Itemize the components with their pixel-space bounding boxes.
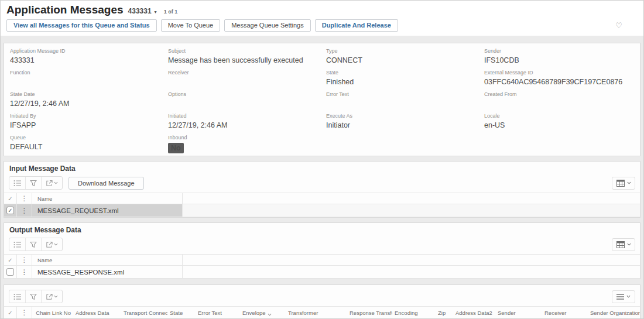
table-icon-group [9,238,63,251]
kebab-icon: ⋮ [17,193,32,204]
message-queue-settings-button[interactable]: Message Queue Settings [224,19,311,32]
field-subject: Subject Message has been successfully ex… [168,48,318,66]
filter-icon[interactable] [25,290,41,303]
field-type: Type CONNECT [326,48,476,66]
filter-icon[interactable] [25,177,41,189]
favorite-heart-icon[interactable]: ♡ [615,21,638,30]
column-header-address-data2[interactable]: Address Data2 [453,310,495,316]
field-value [326,100,476,108]
column-header-zip[interactable]: Zip [436,310,453,316]
export-icon[interactable] [41,290,62,303]
column-header-chain-link-no[interactable]: Chain Link No [32,310,73,316]
field-label: Error Text [326,91,476,97]
chevron-down-icon [626,295,631,298]
field-label: Options [168,91,318,97]
export-icon[interactable] [41,238,62,251]
section-title-input: Input Message Data [4,162,640,174]
field-application-message-id: Application Message ID 433331 [10,48,160,66]
column-header-response-transformer[interactable]: Response Transformer [347,310,392,316]
column-header-receiver[interactable]: Receiver [542,310,588,316]
field-label: Sender [484,48,634,54]
table-row[interactable]: ✓ ⋮ MESSAGE_REQUEST.xml [4,204,640,217]
field-value [168,100,318,108]
field-value: 03FFC640AC95468789F39CF197CE0876 [484,78,634,87]
kebab-icon: ⋮ [17,307,32,318]
field-value: 12/27/19, 2:46 AM [10,100,160,108]
field-value: Finished [326,78,476,87]
record-selector[interactable]: 433331 ▾ [128,7,157,15]
table-icon-group [9,290,63,303]
column-header-address-data[interactable]: Address Data [73,310,121,316]
title-row: Application Messages 433331 ▾ 1 of 1 [1,2,643,18]
input-table-toolbar: Download Message [4,174,640,193]
column-header-sender[interactable]: Sender [495,310,542,316]
table-row[interactable]: ⋮ MESSAGE_RESPONSE.xml [4,266,640,279]
multiselect-icon[interactable] [9,290,25,303]
multiselect-icon[interactable] [9,238,25,251]
field-value [10,78,160,87]
field-label: Function [10,70,160,76]
row-checkbox-unchecked[interactable] [6,268,14,276]
table-settings-icon[interactable] [612,290,635,303]
field-state-date: State Date 12/27/19, 2:46 AM [10,91,160,109]
move-to-queue-button[interactable]: Move To Queue [161,19,220,32]
field-execute-as: Execute As Initiator [326,113,476,131]
chevron-down-icon [54,295,58,298]
command-bar: View all Messages for this Queue and Sta… [1,18,643,36]
column-header-name[interactable]: Name [32,193,183,204]
chevron-down-icon [627,243,631,246]
view-all-messages-button[interactable]: View all Messages for this Queue and Sta… [6,19,157,32]
download-message-button[interactable]: Download Message [68,177,144,190]
field-label: Queue [10,135,160,140]
output-message-data-section: Output Message Data ✓ ⋮ Name ⋮ MESSAGE_R… [4,222,640,279]
field-value: Initiator [326,121,476,130]
field-value: IFS10CDB [484,56,634,65]
table-settings-icon[interactable] [612,238,635,251]
field-options: Options [168,91,318,109]
column-header-encoding[interactable]: Encoding [392,310,436,316]
field-label: Subject [168,48,318,54]
kebab-icon: ⋮ [17,255,32,265]
kebab-icon[interactable]: ⋮ [17,266,32,278]
link-table-toolbar [4,285,640,306]
select-all-check-icon[interactable]: ✓ [4,255,17,265]
field-value: CONNECT [326,56,476,65]
column-header-state[interactable]: State [167,310,196,316]
column-header-sender-organization[interactable]: Sender Organization [588,310,640,316]
field-value: en-US [484,121,634,130]
field-label: Inbound [168,135,318,140]
multiselect-icon[interactable] [9,177,25,189]
export-icon[interactable] [41,177,62,189]
chevron-down-icon: ▾ [155,9,157,15]
column-header-error-text[interactable]: Error Text [196,310,240,316]
field-label: Type [326,48,476,54]
field-receiver: Receiver [168,70,318,87]
table-settings-icon[interactable] [612,177,635,190]
input-table-header: ✓ ⋮ Name [4,193,640,204]
filter-icon[interactable] [25,238,41,251]
field-label: External Message ID [484,70,634,76]
column-header-name[interactable]: Name [32,255,183,265]
column-header-envelope[interactable]: Envelope [240,310,286,316]
section-title-output: Output Message Data [4,223,640,235]
field-label: Initiated [168,113,318,119]
column-header-transformer[interactable]: Transformer [286,310,347,316]
kebab-icon[interactable]: ⋮ [17,204,32,217]
row-checkbox-checked[interactable]: ✓ [6,207,14,214]
column-header-transport-connector[interactable]: Transport Connector [121,310,167,316]
select-all-check-icon[interactable]: ✓ [4,193,17,204]
field-value: 12/27/19, 2:46 AM [168,121,318,130]
message-details-panel: Application Message ID 433331 Subject Me… [4,43,640,156]
inbound-no-badge: No [168,143,184,153]
field-function: Function [10,70,160,87]
field-empty [484,135,634,153]
field-label: Application Message ID [10,48,160,54]
field-value: Message has been successfully executed [168,56,318,65]
page-header: Application Messages 433331 ▾ 1 of 1 Vie… [1,1,643,36]
field-label: Locale [484,113,634,119]
duplicate-and-release-button[interactable]: Duplicate And Release [315,19,398,32]
field-value: 433331 [10,56,160,65]
row-name: MESSAGE_REQUEST.xml [32,204,183,217]
header-filler [183,193,640,204]
select-all-check-icon[interactable]: ✓ [4,307,17,318]
